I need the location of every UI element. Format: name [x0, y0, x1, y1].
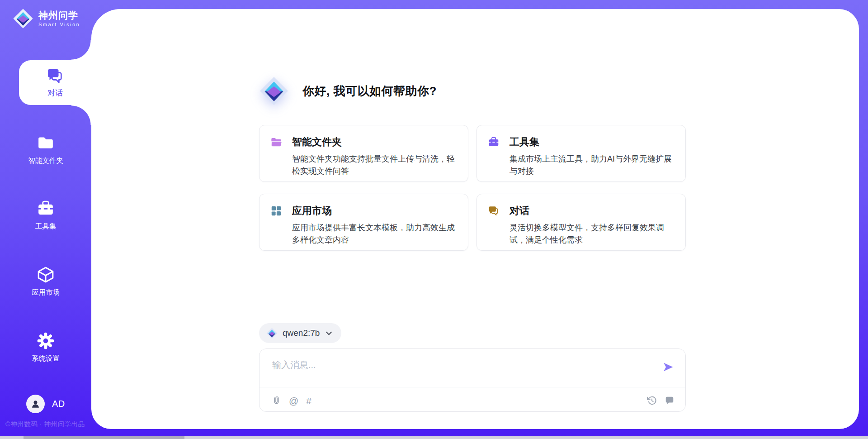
feature-card-app-market[interactable]: 应用市场 应用市场提供丰富长文本模板，助力高效生成多样化文章内容	[259, 194, 468, 251]
sidebar-item-settings[interactable]: 系统设置	[0, 332, 91, 363]
app-background: 神州问学 Smart Vision 对话 智能文件夹	[0, 0, 868, 439]
at-icon: @	[289, 396, 298, 406]
folder-icon	[37, 134, 55, 152]
toolbox-icon	[37, 200, 55, 218]
quick-message-button[interactable]	[665, 396, 675, 406]
feature-cards: 智能文件夹 智能文件夹功能支持批量文件上传与清洗，轻松实现文件问答 工具集	[259, 125, 686, 251]
chat-bubbles-icon	[488, 205, 500, 217]
chevron-down-icon	[326, 331, 332, 336]
feature-card-smart-folder[interactable]: 智能文件夹 智能文件夹功能支持批量文件上传与清洗，轻松实现文件问答	[259, 125, 468, 182]
assistant-diamond-icon	[259, 76, 289, 106]
user-name: AD	[52, 399, 65, 409]
main-content: 你好, 我可以如何帮助你? 智能文件夹 智能文件夹功能支持批量文件上传与清洗，轻…	[259, 9, 686, 412]
model-name: qwen2:7b	[283, 328, 320, 338]
sidebar-item-label: 工具集	[35, 222, 57, 231]
chat-bubbles-icon	[46, 67, 64, 85]
user-profile[interactable]: AD	[26, 395, 65, 413]
brand-subtitle: Smart Vision	[38, 22, 80, 27]
card-title: 应用市场	[292, 204, 457, 218]
card-description: 集成市场上主流工具，助力AI与外界无缝扩展与对接	[509, 153, 675, 177]
paperclip-icon	[271, 396, 281, 406]
attach-button[interactable]	[271, 396, 281, 406]
scrollbar-thumb[interactable]	[24, 436, 184, 439]
feature-card-toolset[interactable]: 工具集 集成市场上主流工具，助力AI与外界无缝扩展与对接	[476, 125, 686, 182]
sidebar-footer: ©神州数码 · 神州问学出品	[5, 420, 85, 429]
brand-logo: 神州问学 Smart Vision	[13, 8, 80, 29]
send-icon	[662, 361, 675, 373]
card-title: 智能文件夹	[292, 135, 457, 149]
card-description: 智能文件夹功能支持批量文件上传与清洗，轻松实现文件问答	[292, 153, 457, 177]
person-icon	[30, 399, 41, 409]
brand-diamond-icon	[13, 8, 33, 29]
send-button[interactable]	[662, 361, 675, 373]
tab-fillet-bottom	[71, 105, 91, 125]
composer-divider	[259, 387, 685, 387]
card-title: 工具集	[509, 135, 675, 149]
mention-button[interactable]: @	[289, 396, 298, 406]
card-description: 应用市场提供丰富长文本模板，助力高效生成多样化文章内容	[292, 222, 457, 246]
model-diamond-icon	[266, 328, 278, 339]
sidebar-item-label: 智能文件夹	[28, 156, 63, 166]
topic-button[interactable]: #	[306, 396, 311, 406]
horizontal-scrollbar[interactable]	[0, 436, 868, 439]
history-button[interactable]	[647, 396, 657, 406]
message-icon	[665, 396, 675, 406]
folder-open-icon	[270, 136, 282, 148]
composer: @ #	[259, 348, 686, 412]
model-selector[interactable]: qwen2:7b	[259, 323, 341, 343]
sidebar-item-label: 对话	[47, 88, 63, 98]
sidebar-item-smart-folder[interactable]: 智能文件夹	[0, 134, 91, 166]
main-panel: 你好, 我可以如何帮助你? 智能文件夹 智能文件夹功能支持批量文件上传与清洗，轻…	[91, 9, 859, 429]
toolbox-icon	[488, 136, 500, 148]
avatar	[26, 395, 45, 413]
greeting-row: 你好, 我可以如何帮助你?	[259, 75, 686, 107]
sidebar-item-toolset[interactable]: 工具集	[0, 200, 91, 231]
history-icon	[647, 396, 657, 406]
tab-fillet-top	[71, 40, 91, 60]
sidebar-item-chat[interactable]: 对话	[19, 60, 91, 105]
message-input[interactable]	[272, 359, 643, 384]
cube-icon	[37, 266, 55, 284]
card-description: 灵活切换多模型文件，支持多样回复效果调试，满足个性化需求	[509, 222, 675, 246]
hash-icon: #	[306, 396, 311, 406]
grid-icon	[270, 205, 282, 217]
page-title: 你好, 我可以如何帮助你?	[302, 83, 437, 99]
sidebar-item-label: 系统设置	[32, 354, 60, 363]
feature-card-chat[interactable]: 对话 灵活切换多模型文件，支持多样回复效果调试，满足个性化需求	[476, 194, 686, 251]
composer-toolbar: @ #	[271, 392, 675, 409]
sidebar-item-label: 应用市场	[32, 288, 60, 297]
card-title: 对话	[509, 204, 675, 218]
gear-icon	[37, 332, 55, 350]
brand-name: 神州问学	[38, 10, 80, 21]
sidebar-item-app-market[interactable]: 应用市场	[0, 266, 91, 297]
